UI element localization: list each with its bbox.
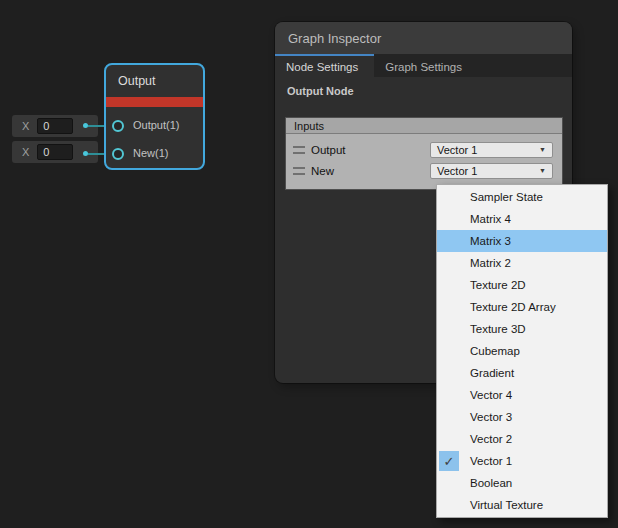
type-dropdown-new[interactable]: Vector 1 ▼ [430, 163, 553, 179]
tab-node-settings[interactable]: Node Settings [275, 54, 374, 77]
panel-header: Graph Inspector [275, 22, 572, 54]
port-label: New(1) [133, 147, 168, 159]
axis-label: X [22, 120, 29, 132]
tab-graph-settings[interactable]: Graph Settings [374, 54, 473, 77]
value-field[interactable]: 0 [37, 144, 73, 160]
input-port-icon[interactable] [112, 148, 124, 160]
inputs-list-header: Inputs [286, 118, 562, 134]
inputs-header-label: Inputs [294, 120, 324, 132]
menu-item-texture-2d-array[interactable]: Texture 2D Array [437, 296, 607, 318]
menu-item-vector-1[interactable]: ✓ Vector 1 [437, 450, 607, 472]
panel-title: Graph Inspector [288, 31, 381, 46]
input-row-new: New Vector 1 ▼ [286, 160, 562, 181]
node-accent-bar [106, 97, 203, 107]
type-selection-menu: Sampler State Matrix 4 Matrix 3 Matrix 2… [436, 184, 608, 518]
input-name: New [311, 165, 430, 177]
input-port-icon[interactable] [112, 120, 124, 132]
menu-item-texture-3d[interactable]: Texture 3D [437, 318, 607, 340]
type-dropdown-output[interactable]: Vector 1 ▼ [430, 142, 553, 158]
axis-label: X [22, 146, 29, 158]
menu-item-gradient[interactable]: Gradient [437, 362, 607, 384]
input-row-output: Output Vector 1 ▼ [286, 139, 562, 160]
node-title: Output [118, 74, 156, 88]
type-dropdown-value: Vector 1 [437, 144, 477, 156]
menu-item-label: Vector 1 [470, 455, 512, 467]
check-icon: ✓ [439, 451, 459, 471]
input-name: Output [311, 144, 430, 156]
dropdown-arrow-icon: ▼ [539, 167, 546, 174]
menu-item-texture-2d[interactable]: Texture 2D [437, 274, 607, 296]
value-field[interactable]: 0 [37, 118, 73, 134]
menu-item-cubemap[interactable]: Cubemap [437, 340, 607, 362]
port-label: Output(1) [133, 119, 179, 131]
tab-bar: Node Settings Graph Settings [275, 54, 572, 77]
menu-item-sampler-state[interactable]: Sampler State [437, 186, 607, 208]
output-node[interactable]: Output Output(1) New(1) [104, 63, 205, 170]
inputs-list: Inputs Output Vector 1 ▼ New Vector 1 ▼ [285, 117, 563, 190]
menu-item-matrix-3[interactable]: Matrix 3 [437, 230, 607, 252]
section-title: Output Node [287, 85, 560, 97]
menu-item-vector-3[interactable]: Vector 3 [437, 406, 607, 428]
menu-item-matrix-2[interactable]: Matrix 2 [437, 252, 607, 274]
type-dropdown-value: Vector 1 [437, 165, 477, 177]
menu-item-boolean[interactable]: Boolean [437, 472, 607, 494]
menu-item-virtual-texture[interactable]: Virtual Texture [437, 494, 607, 516]
menu-item-matrix-4[interactable]: Matrix 4 [437, 208, 607, 230]
inputs-list-body: Output Vector 1 ▼ New Vector 1 ▼ [286, 134, 562, 189]
inspector-body: Output Node [275, 77, 572, 105]
drag-handle-icon[interactable] [293, 146, 305, 154]
drag-handle-icon[interactable] [293, 167, 305, 175]
menu-item-vector-2[interactable]: Vector 2 [437, 428, 607, 450]
menu-item-vector-4[interactable]: Vector 4 [437, 384, 607, 406]
dropdown-arrow-icon: ▼ [539, 146, 546, 153]
